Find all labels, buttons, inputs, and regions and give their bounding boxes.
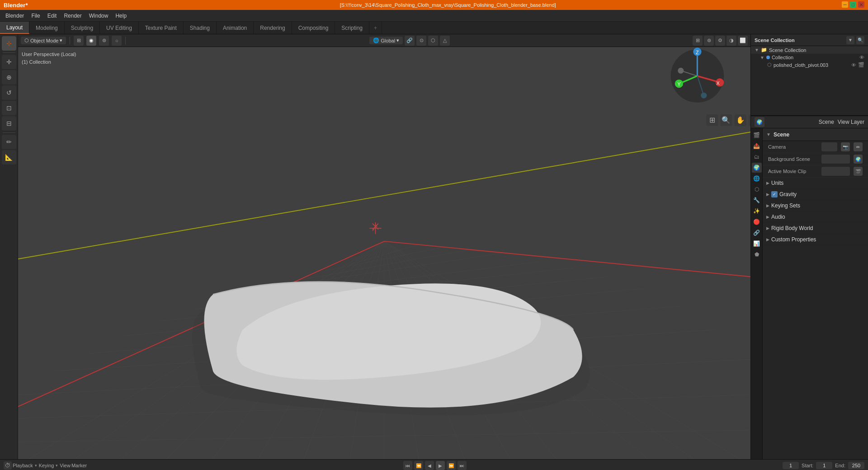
- step-back[interactable]: ⏪: [414, 461, 423, 470]
- select-tool[interactable]: ⊹: [2, 36, 16, 51]
- timeline-menu[interactable]: ⏱: [4, 461, 12, 470]
- global-transform-dropdown[interactable]: 🌐 Global ▾: [369, 37, 403, 44]
- props-icon-render[interactable]: 🎬: [752, 130, 762, 140]
- snap-options[interactable]: ⬡: [428, 36, 438, 46]
- camera-picker[interactable]: 📷: [841, 142, 850, 151]
- tab-sculpting[interactable]: Sculpting: [65, 22, 100, 34]
- tab-uv-editing[interactable]: UV Editing: [100, 22, 139, 34]
- background-scene-picker[interactable]: 🌍: [854, 155, 863, 164]
- viewport-canvas[interactable]: X Y Z: [18, 47, 750, 459]
- active-movie-clip-value[interactable]: [821, 167, 850, 176]
- tab-rendering[interactable]: Rendering: [254, 22, 292, 34]
- outliner-item-collection[interactable]: ▼ Collection 👁: [751, 54, 868, 61]
- keying-label[interactable]: Keying: [39, 463, 54, 468]
- viewport-settings[interactable]: ⚙: [715, 36, 725, 46]
- menu-window[interactable]: Window: [85, 12, 112, 20]
- active-movie-clip-picker[interactable]: 🎬: [854, 167, 863, 176]
- playback-label[interactable]: Playback: [13, 463, 33, 468]
- scene-collection-expand[interactable]: ▼: [755, 47, 759, 52]
- xray-toggle[interactable]: ⬜: [738, 36, 748, 46]
- mesh-render-icon[interactable]: 🎬: [858, 62, 864, 68]
- tab-modeling[interactable]: Modeling: [29, 22, 65, 34]
- object-mode-dropdown[interactable]: ⬡ Object Mode ▾: [21, 37, 66, 44]
- viewport-shading-wireframe[interactable]: ⊞: [74, 36, 84, 46]
- gravity-checkbox[interactable]: ✓: [771, 191, 778, 197]
- props-icon-view-layer[interactable]: 🗂: [752, 152, 762, 162]
- props-icon-output[interactable]: 📤: [752, 141, 762, 151]
- menu-blender[interactable]: Blender: [2, 12, 28, 20]
- measure-tool[interactable]: 📐: [2, 150, 16, 164]
- move-tool[interactable]: ⊕: [2, 70, 16, 85]
- outliner-item-scene-collection[interactable]: ▼ 📁 Scene Collection: [751, 46, 868, 54]
- tab-animation[interactable]: Animation: [217, 22, 254, 34]
- menu-edit[interactable]: Edit: [44, 12, 61, 20]
- start-frame-display[interactable]: 1: [816, 462, 832, 469]
- view-label[interactable]: View: [60, 463, 71, 468]
- props-icon-material[interactable]: ⬟: [752, 249, 762, 259]
- transform-tool[interactable]: ⊟: [2, 116, 16, 131]
- collection-expand[interactable]: ▼: [760, 55, 764, 60]
- gravity-header[interactable]: ▶ ✓ Gravity: [763, 189, 868, 200]
- menu-render[interactable]: Render: [60, 12, 85, 20]
- scene-label: Scene: [819, 119, 834, 125]
- scale-tool[interactable]: ⊡: [2, 101, 16, 115]
- props-icon-physics[interactable]: 🔴: [752, 217, 762, 227]
- viewport-shading-render[interactable]: ○: [112, 36, 122, 46]
- viewport-shading-material[interactable]: ⊚: [99, 36, 109, 46]
- play-forward[interactable]: ▶: [436, 461, 445, 470]
- close-button[interactable]: ✕: [858, 1, 864, 8]
- gizmo-btn[interactable]: ⊚: [704, 36, 714, 46]
- units-header[interactable]: ▶ Units: [763, 178, 868, 188]
- step-forward[interactable]: ⏩: [447, 461, 456, 470]
- annotate-tool[interactable]: ✏: [2, 135, 16, 149]
- snap-magnet[interactable]: 🔗: [405, 36, 415, 46]
- mesh-eye-icon[interactable]: 👁: [851, 62, 856, 68]
- props-icon-active[interactable]: 🌍: [755, 117, 764, 127]
- props-icon-modifier[interactable]: 🔧: [752, 195, 762, 205]
- collection-eye-icon[interactable]: 👁: [859, 55, 864, 60]
- props-icon-scene[interactable]: 🌍: [752, 163, 762, 173]
- overlay-btn[interactable]: ⊞: [693, 36, 703, 46]
- grid-background: X Y Z: [18, 47, 750, 459]
- jump-to-end[interactable]: ⏭: [458, 461, 467, 470]
- window-controls[interactable]: ─ □ ✕: [842, 1, 864, 8]
- tab-scripting[interactable]: Scripting: [335, 22, 369, 34]
- tab-compositing[interactable]: Compositing: [292, 22, 335, 34]
- svg-text:✋: ✋: [736, 116, 745, 124]
- outliner-search[interactable]: 🔍: [856, 36, 864, 44]
- props-icon-world[interactable]: 🌐: [752, 174, 762, 183]
- background-scene-value[interactable]: [821, 155, 850, 164]
- rotate-tool[interactable]: ↺: [2, 85, 16, 100]
- audio-header[interactable]: ▶ Audio: [763, 212, 868, 222]
- props-icon-constraints[interactable]: 🔗: [752, 228, 762, 238]
- camera-edit[interactable]: ✏: [854, 142, 863, 151]
- tab-texture-paint[interactable]: Texture Paint: [139, 22, 184, 34]
- tab-shading[interactable]: Shading: [184, 22, 217, 34]
- end-frame-display[interactable]: 250: [848, 462, 864, 469]
- rigid-body-world-header[interactable]: ▶ Rigid Body World: [763, 223, 868, 234]
- keying-sets-header[interactable]: ▶ Keying Sets: [763, 200, 868, 211]
- props-icon-object[interactable]: ⬡: [752, 184, 762, 194]
- transform-pivot[interactable]: △: [440, 36, 450, 46]
- current-frame-display[interactable]: 1: [783, 462, 799, 469]
- minimize-button[interactable]: ─: [842, 1, 848, 8]
- tab-layout[interactable]: Layout: [0, 22, 29, 34]
- custom-properties-header[interactable]: ▶ Custom Properties: [763, 234, 868, 245]
- jump-to-start[interactable]: ⏮: [403, 461, 412, 470]
- menu-file[interactable]: File: [28, 12, 43, 20]
- cursor-tool[interactable]: ✛: [2, 55, 16, 69]
- add-workspace-tab[interactable]: +: [369, 22, 382, 34]
- outliner-filter[interactable]: ▼: [846, 36, 854, 44]
- marker-label[interactable]: Marker: [71, 463, 87, 468]
- maximize-button[interactable]: □: [850, 1, 856, 8]
- play-reverse[interactable]: ◀: [425, 461, 434, 470]
- outliner-item-mesh[interactable]: ⬡ polished_cloth_pivot.003 👁 🎬: [751, 61, 868, 69]
- props-icon-data[interactable]: 📊: [752, 239, 762, 249]
- props-icon-particles[interactable]: ✨: [752, 206, 762, 216]
- viewport-shading-solid[interactable]: ◉: [86, 36, 96, 46]
- camera-value[interactable]: [821, 142, 837, 151]
- units-section: ▶ Units: [763, 178, 868, 189]
- shading-options[interactable]: ◑: [726, 36, 736, 46]
- proportional-edit[interactable]: ⊙: [416, 36, 426, 46]
- menu-help[interactable]: Help: [112, 12, 130, 20]
